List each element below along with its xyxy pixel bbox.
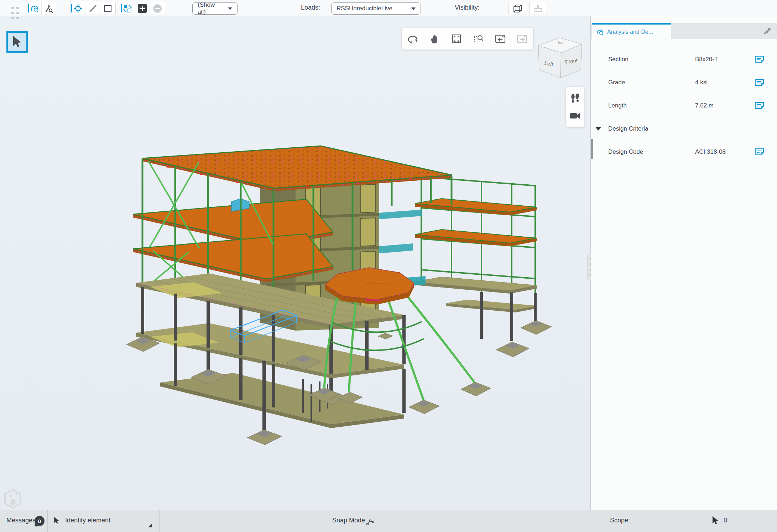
- selection-tool-button[interactable]: [6, 31, 28, 53]
- selection-cursor-icon: [711, 516, 719, 526]
- teal-floor: [379, 210, 422, 219]
- tab-analysis-and-design[interactable]: Analysis and De...: [592, 23, 671, 39]
- next-view-button[interactable]: [513, 30, 531, 48]
- view-cube-top-label[interactable]: Top: [557, 40, 564, 45]
- snap-mode-icon[interactable]: [366, 518, 375, 526]
- edit-note-icon[interactable]: [755, 79, 764, 86]
- node-tool-button[interactable]: [71, 2, 85, 15]
- arrow-search-icon: [44, 4, 54, 14]
- edit-tool-group: [120, 2, 165, 15]
- group-label: Design Criteria: [608, 125, 648, 132]
- pan-hand-icon: [429, 33, 440, 44]
- identify-cursor-icon: [53, 516, 60, 525]
- plus-icon: [137, 4, 147, 13]
- view-previous-icon: [495, 33, 506, 44]
- property-row-design-code[interactable]: Design Code ACI 318-08: [591, 140, 777, 163]
- collapse-triangle-icon[interactable]: [595, 127, 601, 131]
- support-icon: [533, 3, 543, 14]
- filter-dropdown[interactable]: (Show all): [192, 2, 238, 15]
- edit-note-icon[interactable]: [755, 102, 764, 110]
- active-tool-indicator: [71, 4, 72, 12]
- loads-label: Loads:: [301, 4, 320, 11]
- messages-button[interactable]: Messages: [6, 517, 36, 524]
- property-label: Design Code: [608, 148, 643, 156]
- node-point-icon: [73, 4, 83, 14]
- property-value: ACI 318-08: [695, 148, 726, 156]
- draw-tool-group: [70, 2, 116, 15]
- walk-button[interactable]: [570, 94, 580, 105]
- property-row-length[interactable]: Length 7.62 m: [591, 94, 777, 117]
- previous-view-button[interactable]: [491, 30, 510, 48]
- panel-tabstrip: Analysis and De...: [591, 23, 777, 39]
- line-tool-button[interactable]: [85, 2, 100, 15]
- edit-note-icon[interactable]: [755, 148, 764, 156]
- property-label: Length: [608, 102, 627, 109]
- chevron-down-icon: [411, 7, 416, 10]
- visibility-cube-group: [509, 2, 526, 15]
- engine-logo-text: js: [15, 490, 20, 496]
- loads-dropdown[interactable]: RSSUnreducibleLive: [331, 2, 421, 15]
- zoom-window-button[interactable]: [469, 30, 488, 48]
- property-value: 7.62 m: [695, 102, 714, 109]
- viewport-nav-toolbar: [402, 28, 533, 50]
- visibility-supports-button[interactable]: [530, 2, 547, 15]
- snap-mode-toggle[interactable]: Snap Mode: [332, 517, 365, 524]
- remove-button[interactable]: [150, 2, 165, 15]
- zoom-window-icon: [473, 33, 484, 44]
- property-value: 4 ksi: [695, 79, 708, 86]
- mode-button-group: [27, 2, 56, 15]
- zoom-extents-icon: [451, 33, 462, 44]
- active-edit-indicator: [121, 4, 122, 12]
- 3d-viewport[interactable]: Top Left Front js: [0, 16, 591, 510]
- results-mode-button[interactable]: [42, 2, 56, 15]
- orbit-icon: [407, 33, 419, 44]
- status-bar: Messages 0 Identify element Snap Mode Sc…: [0, 510, 777, 532]
- walk-camera-toolbar: [565, 86, 585, 127]
- identify-expand-corner[interactable]: [148, 524, 152, 527]
- filter-dropdown-value: (Show all): [198, 1, 223, 16]
- application-window: (Show all) Loads: RSSUnreducibleLive Vis…: [0, 0, 777, 532]
- statusbar-divider: [47, 510, 48, 532]
- house-search-icon: [30, 4, 40, 14]
- analysis-mode-button[interactable]: [27, 2, 42, 15]
- property-row-section[interactable]: Section B8x20-T: [591, 48, 777, 71]
- visibility-label: Visibility:: [455, 4, 480, 11]
- top-toolbar: (Show all) Loads: RSSUnreducibleLive Vis…: [0, 0, 777, 16]
- cursor-arrow-icon: [12, 36, 22, 48]
- transform-copy-icon: [122, 4, 132, 14]
- chevron-down-icon: [228, 7, 232, 10]
- visibility-support-group: [529, 2, 547, 15]
- zoom-extents-button[interactable]: [447, 30, 466, 48]
- statusbar-divider: [159, 510, 160, 532]
- property-rows: Section B8x20-T Grade 4 ksi: [591, 48, 777, 163]
- identify-element-tool[interactable]: Identify element: [65, 517, 110, 524]
- edit-note-icon[interactable]: [755, 56, 764, 63]
- engine-logo: js: [3, 488, 23, 510]
- property-label: Grade: [608, 79, 625, 86]
- view-next-icon: [516, 33, 528, 44]
- tab-label: Analysis and De...: [607, 29, 653, 35]
- pan-button[interactable]: [426, 30, 444, 48]
- line-icon: [88, 4, 98, 14]
- unpin-icon[interactable]: [763, 27, 772, 36]
- loads-dropdown-value: RSSUnreducibleLive: [337, 5, 392, 12]
- design-criteria-group-header[interactable]: Design Criteria: [591, 117, 777, 140]
- panel-scrollbar-thumb[interactable]: [591, 139, 593, 159]
- 3d-model-scene: [0, 16, 591, 510]
- visibility-cube-button[interactable]: [509, 2, 526, 15]
- orbit-button[interactable]: [404, 30, 422, 48]
- active-mode-indicator: [28, 4, 29, 12]
- camera-button[interactable]: [570, 112, 580, 120]
- property-value: B8x20-T: [695, 56, 718, 63]
- add-button[interactable]: [135, 2, 150, 15]
- octagon-platform: [309, 268, 491, 414]
- transform-tool-button[interactable]: [120, 2, 135, 15]
- property-row-grade[interactable]: Grade 4 ksi: [591, 71, 777, 94]
- rectangle-icon: [103, 4, 113, 14]
- house-search-icon: [596, 28, 604, 36]
- property-label: Section: [608, 56, 629, 63]
- app-grid-handle-icon[interactable]: [11, 7, 19, 19]
- rectangle-tool-button[interactable]: [100, 2, 115, 15]
- messages-count-badge[interactable]: 0: [35, 516, 45, 526]
- scope-label: Scope:: [610, 517, 630, 524]
